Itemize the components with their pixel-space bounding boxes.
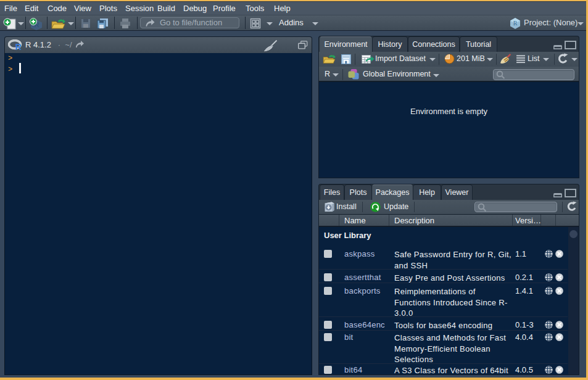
svg-text:R: R [513,20,518,27]
svg-text:R: R [15,42,21,51]
